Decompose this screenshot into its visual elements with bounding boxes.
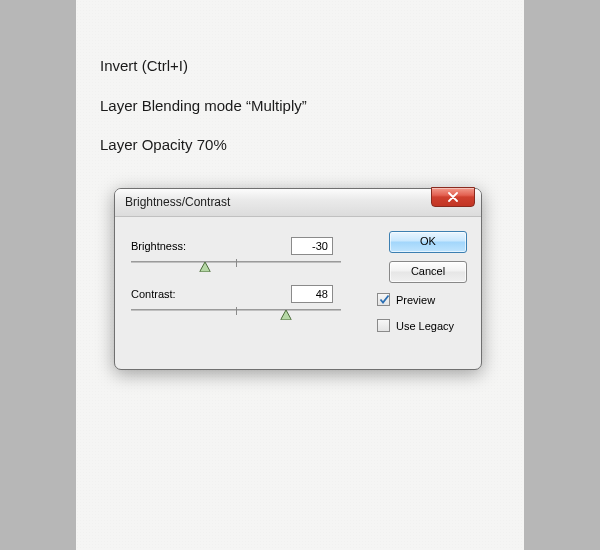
- brightness-label: Brightness:: [131, 240, 291, 252]
- ok-button[interactable]: OK: [389, 231, 467, 253]
- dialog-button-column: OK Cancel: [389, 231, 467, 291]
- slider-center-tick: [236, 259, 237, 267]
- legacy-checkbox-row[interactable]: Use Legacy: [377, 319, 467, 332]
- instruction-line: Layer Opacity 70%: [100, 135, 307, 155]
- slider-center-tick: [236, 307, 237, 315]
- preview-checkbox[interactable]: [377, 293, 390, 306]
- dialog-body: Brightness: -30 Contrast: 48: [115, 217, 481, 369]
- cancel-button[interactable]: Cancel: [389, 261, 467, 283]
- instruction-block: Invert (Ctrl+I) Layer Blending mode “Mul…: [100, 56, 307, 175]
- brightness-slider-thumb[interactable]: [199, 262, 210, 272]
- contrast-slider-track[interactable]: [131, 309, 341, 311]
- preview-label: Preview: [396, 294, 435, 306]
- dialog-title: Brightness/Contrast: [125, 195, 230, 209]
- close-button[interactable]: [431, 187, 475, 207]
- instruction-line: Layer Blending mode “Multiply”: [100, 96, 307, 116]
- svg-marker-0: [199, 262, 210, 272]
- brightness-row: Brightness: -30: [131, 237, 333, 255]
- brightness-value-input[interactable]: -30: [291, 237, 333, 255]
- brightness-slider-track[interactable]: [131, 261, 341, 263]
- dialog-titlebar[interactable]: Brightness/Contrast: [115, 189, 481, 217]
- instruction-line: Invert (Ctrl+I): [100, 56, 307, 76]
- check-icon: [379, 294, 390, 305]
- legacy-label: Use Legacy: [396, 320, 454, 332]
- contrast-label: Contrast:: [131, 288, 291, 300]
- contrast-row: Contrast: 48: [131, 285, 333, 303]
- close-icon: [447, 192, 459, 202]
- contrast-slider-thumb[interactable]: [281, 310, 292, 320]
- document-page: Invert (Ctrl+I) Layer Blending mode “Mul…: [76, 0, 524, 550]
- brightness-contrast-dialog: Brightness/Contrast Brightness: -30: [114, 188, 482, 370]
- legacy-checkbox[interactable]: [377, 319, 390, 332]
- preview-checkbox-row[interactable]: Preview: [377, 293, 467, 306]
- svg-marker-1: [281, 310, 292, 320]
- contrast-value-input[interactable]: 48: [291, 285, 333, 303]
